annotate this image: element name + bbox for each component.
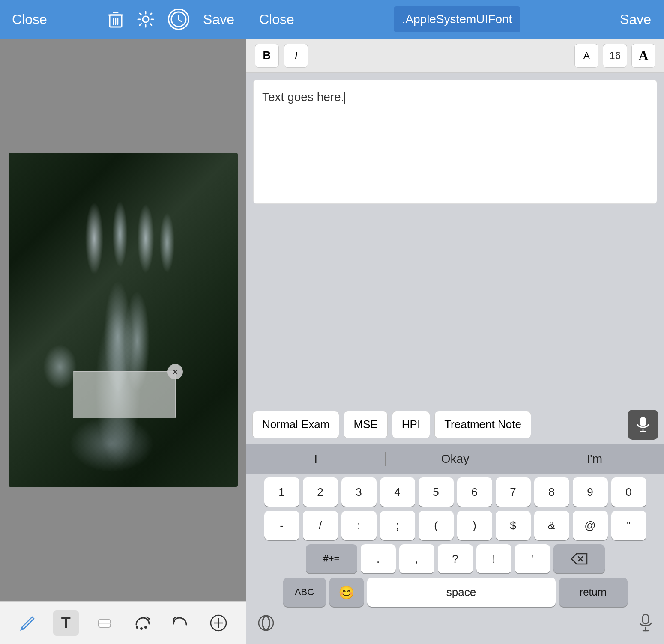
predictive-text-bar: I Okay I'm: [246, 444, 664, 474]
text-cursor: [344, 92, 345, 104]
xray-image: ×: [9, 153, 238, 487]
key-5[interactable]: 5: [419, 477, 454, 507]
microphone-button[interactable]: [628, 410, 658, 440]
pencil-tool-button[interactable]: [15, 610, 41, 636]
key-0[interactable]: 0: [611, 477, 646, 507]
text-editor-content: Text goes here.: [262, 89, 648, 105]
key-abc[interactable]: ABC: [283, 578, 326, 607]
right-toolbar: Close .AppleSystemUIFont Save: [246, 0, 664, 39]
quick-phrases-bar: Normal Exam MSE HPI Treatment Note: [246, 405, 664, 444]
phrase-mse[interactable]: MSE: [344, 411, 387, 438]
key-8[interactable]: 8: [534, 477, 569, 507]
predictive-word-1[interactable]: I: [246, 452, 386, 466]
key-dollar[interactable]: $: [496, 511, 531, 540]
undo-tool-button[interactable]: [167, 610, 193, 636]
key-4[interactable]: 4: [380, 477, 415, 507]
keyboard-action-row: ABC 😊 space return: [249, 578, 661, 607]
key-exclaim[interactable]: !: [476, 544, 511, 573]
right-close-button[interactable]: Close: [259, 12, 294, 27]
keyboard-globe-mic-row: [249, 611, 661, 641]
left-close-button[interactable]: Close: [12, 12, 47, 27]
add-tool-button[interactable]: [206, 610, 231, 636]
keyboard: 1 2 3 4 5 6 7 8 9 0 - / : ; ( ) $ & @ " …: [246, 474, 664, 644]
svg-point-5: [140, 627, 143, 630]
key-open-paren[interactable]: (: [419, 511, 454, 540]
font-selector-button[interactable]: .AppleSystemUIFont: [394, 6, 521, 32]
xray-hand-overlay: [9, 153, 238, 487]
text-tool-button[interactable]: T: [53, 610, 79, 636]
annotation-box[interactable]: ×: [73, 371, 176, 418]
text-content-value: Text goes here.: [262, 90, 344, 104]
left-save-button[interactable]: Save: [203, 12, 234, 27]
font-small-button[interactable]: A: [574, 44, 598, 68]
key-3[interactable]: 3: [341, 477, 377, 507]
svg-point-4: [136, 626, 138, 629]
right-save-button[interactable]: Save: [620, 12, 651, 27]
key-space[interactable]: space: [367, 578, 556, 607]
key-dash[interactable]: -: [264, 511, 299, 540]
gear-icon[interactable]: [137, 11, 154, 28]
font-large-button[interactable]: A: [631, 44, 655, 68]
svg-point-1: [143, 16, 149, 22]
key-9[interactable]: 9: [573, 477, 608, 507]
key-semicolon[interactable]: ;: [380, 511, 415, 540]
predictive-word-2[interactable]: Okay: [386, 452, 525, 466]
svg-rect-11: [643, 614, 649, 624]
key-comma[interactable]: ,: [399, 544, 434, 573]
keyboard-symbol-row: - / : ; ( ) $ & @ ": [249, 511, 661, 540]
phrase-treatment-note[interactable]: Treatment Note: [434, 411, 531, 438]
annotation-close-button[interactable]: ×: [167, 364, 183, 379]
key-slash[interactable]: /: [303, 511, 338, 540]
key-more-symbols[interactable]: #+=: [306, 544, 357, 573]
phrase-normal-exam[interactable]: Normal Exam: [252, 411, 339, 438]
key-apostrophe[interactable]: ': [515, 544, 550, 573]
bold-button[interactable]: B: [255, 44, 279, 68]
key-ampersand[interactable]: &: [534, 511, 569, 540]
key-at[interactable]: @: [573, 511, 608, 540]
key-period[interactable]: .: [361, 544, 396, 573]
format-bar: B I A 16 A: [246, 39, 664, 73]
key-close-paren[interactable]: ): [457, 511, 492, 540]
key-colon[interactable]: :: [341, 511, 377, 540]
redo-tool-button[interactable]: [129, 610, 155, 636]
italic-button[interactable]: I: [284, 44, 308, 68]
phrase-hpi[interactable]: HPI: [392, 411, 430, 438]
empty-area: [246, 211, 664, 405]
eraser-tool-button[interactable]: [91, 610, 117, 636]
bottom-microphone-icon[interactable]: [638, 614, 653, 636]
globe-icon[interactable]: [257, 614, 275, 635]
key-2[interactable]: 2: [303, 477, 338, 507]
key-quote[interactable]: ": [611, 511, 646, 540]
svg-point-6: [144, 626, 147, 629]
left-toolbar: Close: [0, 0, 246, 39]
key-emoji[interactable]: 😊: [329, 578, 364, 607]
key-return[interactable]: return: [559, 578, 628, 607]
key-7[interactable]: 7: [496, 477, 531, 507]
left-panel: Close: [0, 0, 246, 644]
key-6[interactable]: 6: [457, 477, 492, 507]
keyboard-number-row: 1 2 3 4 5 6 7 8 9 0: [249, 477, 661, 507]
key-question[interactable]: ?: [438, 544, 473, 573]
backspace-key[interactable]: [553, 544, 605, 573]
right-panel: Close .AppleSystemUIFont Save B I A 16 A…: [246, 0, 664, 644]
clock-icon[interactable]: [168, 9, 189, 30]
text-editor-area[interactable]: Text goes here.: [253, 80, 657, 204]
svg-rect-8: [640, 417, 646, 426]
key-1[interactable]: 1: [264, 477, 299, 507]
trash-icon[interactable]: [108, 11, 123, 28]
keyboard-bottom-symbol-row: #+= . , ? ! ': [249, 544, 661, 573]
predictive-word-3[interactable]: I'm: [525, 452, 664, 466]
left-bottom-toolbar: T: [0, 601, 246, 644]
xray-image-area: ×: [0, 39, 246, 601]
font-size-field[interactable]: 16: [603, 44, 627, 68]
